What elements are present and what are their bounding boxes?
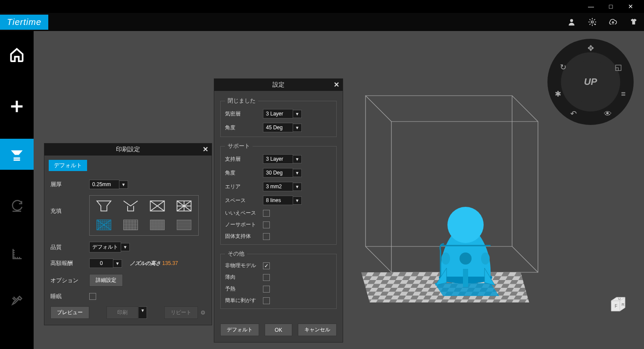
seal-angle-select[interactable]: 45 Deg <box>263 123 293 132</box>
support-area-select[interactable]: 3 mm2 <box>263 182 293 191</box>
rotate-icon[interactable]: ↻ <box>555 59 571 75</box>
preheat-checkbox[interactable] <box>263 286 270 293</box>
tab-default[interactable]: デフォルト <box>49 160 87 171</box>
chevron-down-icon[interactable]: ▼ <box>138 306 147 319</box>
svg-rect-3 <box>14 159 20 161</box>
svg-text:F: F <box>615 304 617 308</box>
chevron-down-icon[interactable]: ▼ <box>119 181 128 189</box>
menu-icon[interactable]: ≡ <box>616 86 631 102</box>
support-fieldset: サポート 支持層3 Layer▼ 角度30 Deg▼ エリア3 mm2▼ スペー… <box>220 142 337 245</box>
chevron-down-icon[interactable]: ▼ <box>293 155 302 163</box>
other-fieldset: その他 非物理モデル 薄肉 予熱 簡単に剥がす <box>220 250 337 309</box>
advanced-settings-button[interactable]: 詳細設定 <box>89 274 123 287</box>
settings-panel: 設定 ✕ 閉じました 気密層3 Layer▼ 角度45 Deg▼ サポート 支持… <box>214 78 343 343</box>
solid-support-checkbox[interactable] <box>263 233 270 240</box>
chevron-down-icon[interactable]: ▼ <box>293 196 302 205</box>
gear-icon[interactable]: ⚙ <box>200 309 206 316</box>
chevron-down-icon[interactable]: ▼ <box>121 243 130 251</box>
support-angle-select[interactable]: 30 Deg <box>263 168 293 178</box>
minimize-button[interactable]: — <box>581 0 601 13</box>
layer-thickness-label: 層厚 <box>50 181 89 188</box>
print-panel-title: 印刷設定 ✕ <box>44 143 212 156</box>
svg-point-14 <box>481 252 490 265</box>
seal-layer-label: 気密層 <box>225 110 263 118</box>
mirror-icon[interactable]: ✱ <box>550 86 566 102</box>
brand-bar: Tiertime • <box>0 13 644 31</box>
infill-dense-2[interactable] <box>119 217 142 233</box>
svg-rect-4 <box>13 211 21 212</box>
viewport-3d[interactable]: UP ✥ ↻ ◱ ✱ ≡ ↶ 👁 F R U <box>34 31 644 349</box>
no-support-checkbox[interactable] <box>263 221 270 228</box>
chevron-down-icon[interactable]: ▼ <box>293 124 302 132</box>
build-volume <box>344 83 555 285</box>
sidebar-home[interactable] <box>0 35 34 74</box>
sidebar-tools[interactable] <box>0 282 34 321</box>
support-layer-label: 支持層 <box>225 156 263 163</box>
settings-panel-title: 設定 ✕ <box>214 79 343 91</box>
dial-center-label[interactable]: UP <box>569 60 612 103</box>
infill-cross-1[interactable] <box>146 198 169 214</box>
option-label: オプション <box>50 277 89 284</box>
close-icon[interactable]: ✕ <box>203 145 208 153</box>
move-icon[interactable]: ✥ <box>583 41 598 56</box>
infill-shell-2[interactable] <box>119 198 142 214</box>
chevron-down-icon[interactable]: ▼ <box>293 183 302 191</box>
undo-icon[interactable]: ↶ <box>566 106 581 122</box>
no-support-label: ノーサポート <box>225 221 263 228</box>
user-icon[interactable] <box>561 13 582 31</box>
scale-icon[interactable]: ◱ <box>610 59 626 75</box>
infill-cross-2[interactable] <box>172 198 196 214</box>
preview-button[interactable]: プレビュー <box>50 306 89 319</box>
cancel-button[interactable]: キャンセル <box>298 324 337 336</box>
easy-peel-checkbox[interactable] <box>263 297 270 304</box>
print-button[interactable]: 印刷 <box>106 306 138 319</box>
support-layer-select[interactable]: 3 Layer <box>263 154 293 164</box>
gear-icon[interactable]: • <box>582 13 603 31</box>
nonphys-label: 非物理モデル <box>225 262 263 269</box>
svg-point-0 <box>570 19 573 22</box>
no-base-checkbox[interactable] <box>263 210 270 217</box>
infill-dense-3[interactable] <box>146 217 169 233</box>
thin-checkbox[interactable] <box>263 274 270 281</box>
thin-label: 薄肉 <box>225 274 263 281</box>
preheat-label: 予熱 <box>225 285 263 293</box>
view-cube[interactable]: F R U <box>608 294 628 315</box>
easy-peel-label: 簡単に剥がす <box>225 297 263 304</box>
no-base-label: いいえベース <box>225 209 263 217</box>
repeat-button[interactable]: リピート <box>164 306 198 319</box>
chevron-down-icon[interactable]: ▼ <box>113 259 122 268</box>
quality-select[interactable]: デフォルト <box>89 242 121 252</box>
left-sidebar <box>0 31 34 349</box>
maximize-button[interactable]: □ <box>601 0 621 13</box>
support-space-select[interactable]: 8 lines <box>263 196 293 205</box>
closed-fieldset: 閉じました 気密層3 Layer▼ 角度45 Deg▼ <box>220 97 337 137</box>
sleep-checkbox[interactable] <box>89 293 96 300</box>
nonphys-checkbox[interactable] <box>263 262 270 269</box>
sidebar-print[interactable] <box>0 139 34 170</box>
support-space-label: スペース <box>225 197 263 204</box>
infill-shell-1[interactable] <box>92 198 116 214</box>
sleep-label: 睡眠 <box>50 293 89 300</box>
solid-support-label: 固体支持体 <box>225 233 263 240</box>
chevron-down-icon[interactable]: ▼ <box>293 110 302 118</box>
nozzle-height-readout: ノズルの高さ 135.37 <box>130 260 178 267</box>
infill-dense-4[interactable] <box>172 217 196 233</box>
infill-dense-1[interactable] <box>92 217 116 233</box>
close-button[interactable]: ✕ <box>621 0 641 13</box>
cloud-upload-icon[interactable] <box>603 13 623 31</box>
eye-icon[interactable]: 👁 <box>600 106 616 122</box>
support-area-label: エリア <box>225 183 263 190</box>
sidebar-add[interactable] <box>0 87 34 126</box>
chevron-down-icon[interactable]: ▼ <box>293 169 302 177</box>
default-button[interactable]: デフォルト <box>220 324 259 336</box>
ok-button[interactable]: OK <box>265 324 292 336</box>
svg-text:R: R <box>622 302 625 307</box>
seal-layer-select[interactable]: 3 Layer <box>263 109 293 118</box>
brand-logo: Tiertime <box>0 15 48 30</box>
close-icon[interactable]: ✕ <box>334 81 339 89</box>
tshirt-icon[interactable] <box>623 13 644 31</box>
reward-select[interactable]: 0 <box>89 259 113 268</box>
sidebar-ruler[interactable] <box>0 234 34 273</box>
layer-thickness-select[interactable]: 0.25mm <box>89 180 119 189</box>
sidebar-refresh[interactable] <box>0 187 34 226</box>
